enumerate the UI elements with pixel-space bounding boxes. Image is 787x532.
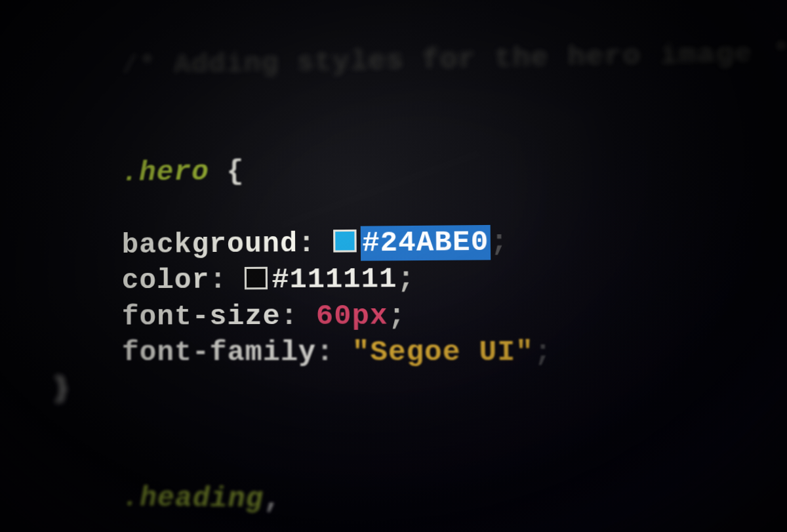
number-value: 60 (316, 300, 352, 333)
css-property: font-size (122, 300, 281, 333)
css-property: background (122, 228, 298, 261)
code-line-font-size: font-size: 60px; (52, 296, 787, 335)
semicolon: ; (490, 226, 508, 258)
colon: : (298, 228, 334, 260)
code-line-brace-close: } (52, 371, 787, 409)
hex-value: #111111 (272, 264, 397, 297)
brace-close: } (52, 373, 70, 405)
code-line-selector-heading: .heading, (52, 443, 787, 532)
css-selector: .heading (122, 482, 264, 516)
selected-hex-value[interactable]: #24ABE0 (361, 224, 491, 260)
color-swatch-icon (245, 267, 268, 290)
code-line-selector-hero: .hero { (52, 109, 787, 228)
colon: : (209, 264, 245, 297)
string-value: Segoe UI (370, 337, 515, 369)
css-property: color (122, 264, 210, 297)
string-quote: " (352, 337, 371, 369)
colon: : (316, 337, 352, 369)
semicolon: ; (534, 337, 553, 369)
colon: : (280, 300, 316, 333)
semicolon: ; (397, 263, 415, 295)
color-swatch-icon (333, 230, 357, 253)
code-comment-line: /* Adding styles for the hero image * (52, 0, 787, 121)
code-line-color: color: #111111; (52, 258, 787, 299)
semicolon: ; (388, 300, 406, 332)
brace-open: { (209, 156, 245, 188)
css-property: font-family (122, 337, 316, 369)
css-selector: .hero (122, 157, 209, 190)
string-quote: " (515, 337, 535, 369)
code-line-font-family: font-family: "Segoe UI"; (52, 334, 787, 372)
comma: , (264, 483, 281, 515)
code-line-background: background: #24ABE0; (52, 221, 787, 264)
comment-text: /* Adding styles for the hero image * (121, 37, 787, 82)
unit: px (352, 300, 388, 332)
blank-line (52, 407, 787, 447)
code-editor[interactable]: /* Adding styles for the hero image * .h… (0, 0, 787, 532)
